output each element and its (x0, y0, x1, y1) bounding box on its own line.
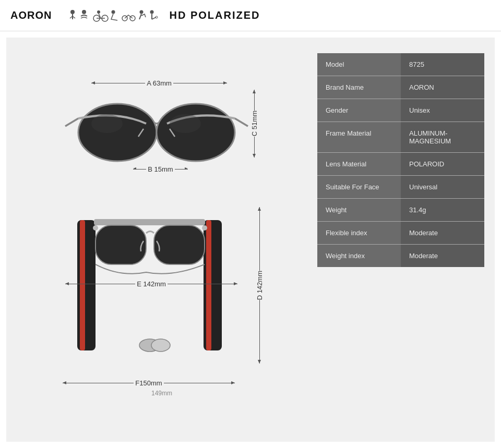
svg-point-21 (170, 114, 201, 133)
svg-point-29 (93, 225, 98, 231)
spec-label-2: Gender (317, 99, 401, 122)
sport-icons-svg (67, 8, 161, 23)
svg-point-8 (112, 10, 115, 14)
spec-value-5: Universal (401, 176, 484, 198)
spec-row: Weight index Moderate (317, 245, 484, 267)
brand-name: AORON (10, 9, 52, 21)
spec-row: Suitable For Face Universal (317, 176, 484, 199)
dimension-f: F150mm (63, 379, 235, 387)
header: AORON (0, 0, 501, 31)
svg-rect-26 (94, 219, 205, 225)
hd-polarized-label: HD POLARIZED (169, 9, 260, 21)
spec-row: Flexible index Moderate (317, 222, 484, 245)
spec-row: Lens Material POLAROID (317, 153, 484, 176)
spec-label-8: Weight index (317, 245, 401, 267)
dimension-d: D 142mm (256, 207, 264, 364)
spec-row: Weight 31.4g (317, 199, 484, 222)
svg-line-19 (235, 118, 248, 126)
spec-label-1: Brand Name (317, 76, 401, 99)
spec-value-4: POLAROID (401, 153, 484, 175)
svg-point-20 (91, 114, 123, 133)
svg-point-15 (157, 104, 235, 161)
dimension-b: B 15mm (133, 165, 188, 173)
spec-value-2: Unisex (401, 99, 484, 122)
spec-label-3: Frame Material (317, 122, 401, 152)
spec-label-6: Weight (317, 199, 401, 221)
spec-label-7: Flexible index (317, 222, 401, 244)
glasses-front-svg (63, 87, 250, 171)
spec-row: Brand Name AORON (317, 76, 484, 99)
spec-value-6: 31.4g (401, 199, 484, 221)
svg-point-14 (78, 104, 157, 161)
spec-row: Gender Unisex (317, 99, 484, 122)
svg-point-11 (140, 10, 144, 14)
spec-label-5: Suitable For Face (317, 176, 401, 198)
spec-label-4: Lens Material (317, 153, 401, 175)
svg-rect-27 (96, 225, 146, 264)
spec-value-3: ALUMINUM-MAGNESIUM (401, 122, 484, 152)
main-content: A 63mm (6, 38, 495, 442)
svg-point-30 (202, 225, 207, 231)
spec-value-8: Moderate (401, 245, 484, 267)
dimension-a: A 63mm (91, 79, 227, 87)
svg-line-18 (65, 118, 78, 126)
spec-value-1: AORON (401, 76, 484, 99)
activity-icons (67, 8, 161, 23)
spec-label-0: Model (317, 53, 401, 76)
glasses-side-diagram: D 142mm E 142mm F150mm (57, 204, 266, 387)
spec-row: Model 8725 (317, 53, 484, 76)
spec-row: Frame Material ALUMINUM-MAGNESIUM (317, 122, 484, 153)
svg-point-0 (70, 10, 75, 14)
glasses-front-diagram: A 63mm (63, 74, 261, 189)
svg-point-4 (82, 10, 86, 14)
dimension-c: C 51mm (250, 90, 258, 158)
spec-rows-container: Model 8725 Brand Name AORON Gender Unise… (317, 53, 484, 267)
diagram-section: A 63mm (17, 48, 307, 431)
spec-value-0: 8725 (401, 53, 484, 76)
spec-value-7: Moderate (401, 222, 484, 244)
dimension-e: E 142mm (65, 280, 237, 288)
svg-point-32 (151, 339, 170, 352)
bottom-dimension-label: 149mm (151, 390, 172, 397)
svg-point-12 (150, 10, 154, 14)
svg-point-7 (97, 10, 100, 14)
svg-rect-28 (154, 225, 205, 264)
specs-table: Model 8725 Brand Name AORON Gender Unise… (317, 53, 484, 431)
